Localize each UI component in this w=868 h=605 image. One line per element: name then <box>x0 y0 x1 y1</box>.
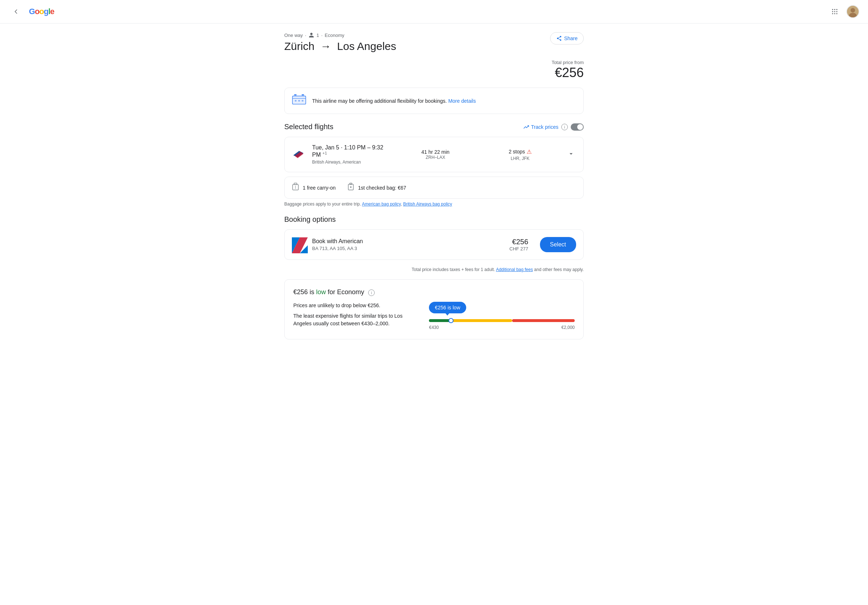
passenger-icon <box>308 32 314 38</box>
warning-icon: ⚠ <box>527 148 532 155</box>
trip-class: Economy <box>325 33 344 38</box>
trip-route: Zürich → Los Angeles <box>284 40 397 53</box>
svg-point-8 <box>836 13 837 14</box>
price-bar-yellow <box>451 319 512 322</box>
flight-stops: 2 stops ⚠ LHR, JFK <box>481 148 559 161</box>
svg-rect-12 <box>293 96 306 104</box>
flight-info: Tue, Jan 5 · 1:10 PM – 9:32 PM +1 Britis… <box>292 144 576 164</box>
price-analysis-card: €256 is low for Economy i Prices are unl… <box>284 279 584 340</box>
duration-route: ZRH–LAX <box>397 155 474 160</box>
svg-point-27 <box>350 186 352 188</box>
track-prices-link[interactable]: Track prices <box>523 124 558 130</box>
trip-meta: One way · 1 · Economy <box>284 32 397 38</box>
stops-count: 2 stops ⚠ <box>481 148 559 155</box>
carry-on-icon <box>292 183 299 192</box>
trip-arrow: → <box>321 40 331 52</box>
svg-rect-18 <box>302 100 304 102</box>
svg-point-10 <box>851 8 855 12</box>
share-icon <box>556 36 562 41</box>
price-bar-red <box>512 319 575 322</box>
svg-point-7 <box>834 13 835 14</box>
stops-airports: LHR, JFK <box>481 156 559 161</box>
price-analysis-info-icon[interactable]: i <box>368 290 375 296</box>
select-button[interactable]: Select <box>540 237 576 252</box>
banner-text: This airline may be offering additional … <box>312 98 476 104</box>
airline-name: British Airways, American <box>312 160 389 164</box>
flexibility-icon <box>292 94 306 108</box>
checked-bag-label: 1st checked bag: €67 <box>358 185 406 191</box>
expand-flight-button[interactable] <box>566 149 576 161</box>
trip-price-box: Share Total price from €256 <box>550 32 584 80</box>
trip-destination: Los Angeles <box>337 40 396 52</box>
svg-rect-13 <box>294 95 296 96</box>
more-details-link[interactable]: More details <box>448 98 476 104</box>
american-airlines-logo <box>292 237 306 252</box>
svg-point-0 <box>832 9 833 10</box>
selected-flights-header: Selected flights Track prices i <box>284 123 584 131</box>
svg-point-6 <box>832 13 833 14</box>
booking-price-chf: CHF 277 <box>510 246 529 251</box>
analysis-line-1: Prices are unlikely to drop below €256. <box>293 302 414 309</box>
header-right <box>828 4 859 19</box>
svg-rect-16 <box>295 100 296 102</box>
price-label-high: €2,000 <box>561 325 575 330</box>
track-prices-info-icon[interactable]: i <box>561 124 568 130</box>
price-tooltip: €256 is low <box>429 302 466 313</box>
carry-on-label: 1 free carry-on <box>303 185 336 191</box>
flexibility-banner: This airline may be offering additional … <box>284 88 584 114</box>
analysis-line-2: The least expensive flights for similar … <box>293 312 414 327</box>
total-price-label: Total price from <box>550 60 584 65</box>
trip-passengers: 1 <box>316 33 319 38</box>
svg-point-2 <box>836 9 837 10</box>
track-prices-group: Track prices i <box>523 123 584 130</box>
flight-plus-day: +1 <box>322 151 327 155</box>
flight-duration: 41 hr 22 min ZRH–LAX <box>397 149 474 160</box>
price-labels: €430 €2,000 <box>429 325 575 330</box>
price-bar-container <box>429 319 575 322</box>
booking-card: Book with American BA 713, AA 105, AA 3 … <box>284 230 584 260</box>
baggage-note: Baggage prices apply to your entire trip… <box>284 202 584 206</box>
share-button[interactable]: Share <box>550 32 584 45</box>
booking-options-section: Booking options Book with American BA 71… <box>284 215 584 260</box>
share-label: Share <box>564 36 578 41</box>
booking-name: Book with American <box>312 238 504 245</box>
svg-rect-14 <box>302 95 304 96</box>
booking-options-header: Booking options <box>284 215 584 223</box>
additional-fees-link[interactable]: Additional bag fees <box>496 267 533 272</box>
svg-point-3 <box>832 11 833 12</box>
ba-bag-policy-link[interactable]: British Airways bag policy <box>403 202 452 206</box>
duration-time: 41 hr 22 min <box>397 149 474 155</box>
trip-info: One way · 1 · Economy Zürich → Los Angel… <box>284 32 397 53</box>
trip-header: One way · 1 · Economy Zürich → Los Angel… <box>284 32 584 80</box>
price-analysis-body: Prices are unlikely to drop below €256. … <box>293 302 575 330</box>
header-left: Google <box>9 4 54 19</box>
booking-price: €256 CHF 277 <box>510 238 529 251</box>
total-price-value: €256 <box>550 65 584 80</box>
header: Google <box>0 0 868 23</box>
back-button[interactable] <box>9 4 23 19</box>
grid-icon[interactable] <box>828 4 842 19</box>
flight-times: Tue, Jan 5 · 1:10 PM – 9:32 PM +1 Britis… <box>312 144 389 164</box>
price-chart: €256 is low €430 €2,000 <box>429 302 575 330</box>
price-dot <box>448 318 454 323</box>
carry-on-item: 1 free carry-on <box>292 183 336 192</box>
price-analysis-text: Prices are unlikely to drop below €256. … <box>293 302 414 330</box>
svg-point-1 <box>834 9 835 10</box>
flight-card: Tue, Jan 5 · 1:10 PM – 9:32 PM +1 Britis… <box>284 137 584 172</box>
price-note: Total price includes taxes + fees for 1 … <box>284 267 584 272</box>
svg-point-4 <box>834 11 835 12</box>
svg-point-11 <box>849 13 856 18</box>
google-logo: Google <box>29 7 54 16</box>
flight-depart: 1:10 PM <box>344 144 366 150</box>
avatar[interactable] <box>846 5 859 18</box>
booking-price-eur: €256 <box>510 238 529 246</box>
track-prices-toggle[interactable] <box>571 123 584 130</box>
trip-oneway: One way <box>284 33 303 38</box>
baggage-card: 1 free carry-on 1st checked bag: €67 <box>284 177 584 199</box>
price-bar-green <box>429 319 451 322</box>
svg-point-5 <box>836 11 837 12</box>
american-bag-policy-link[interactable]: American bag policy <box>362 202 401 206</box>
svg-rect-26 <box>350 183 352 185</box>
price-analysis-title: €256 is low for Economy i <box>293 289 575 296</box>
british-airways-logo <box>292 148 305 161</box>
